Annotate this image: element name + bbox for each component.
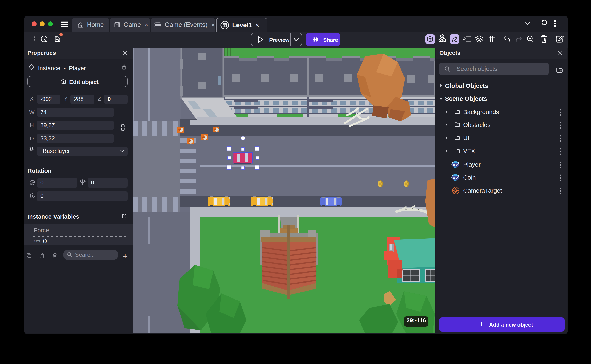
svg-text:3D: 3D xyxy=(64,83,66,84)
svg-text:29;-116: 29;-116 xyxy=(407,317,426,324)
